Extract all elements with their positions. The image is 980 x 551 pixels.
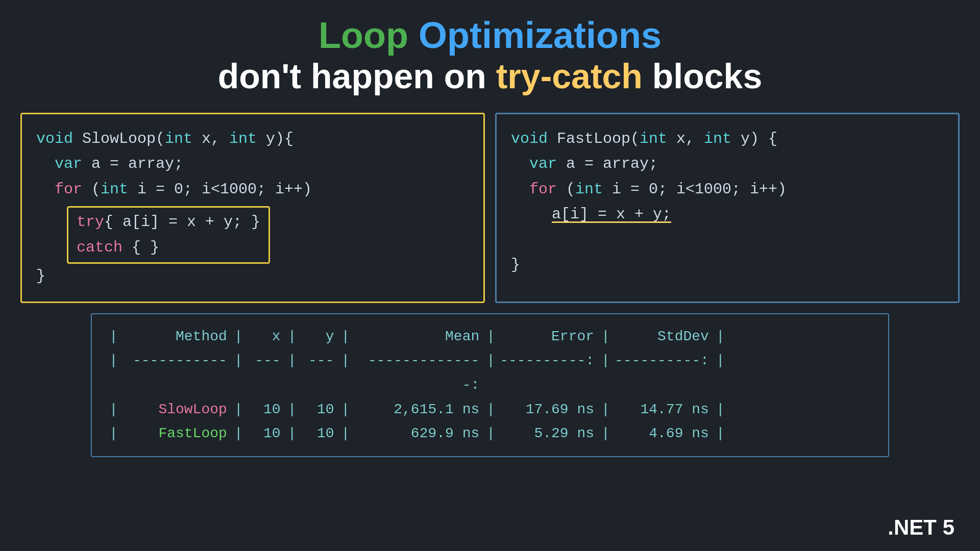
row1-method: SlowLoop xyxy=(120,397,232,422)
code-panels: void SlowLoop(int x, int y){ var a = arr… xyxy=(20,113,960,303)
pipe: | xyxy=(232,348,245,397)
pipe: | xyxy=(599,397,612,422)
row1-error: 17.69 ns xyxy=(497,397,599,422)
row1-y: 10 xyxy=(298,397,339,422)
pipe: | xyxy=(484,348,497,397)
dotnet-badge: .NET 5 xyxy=(888,515,954,540)
pipe: | xyxy=(232,397,245,422)
title-loop: Loop xyxy=(318,15,408,56)
sep-mean: --------------: xyxy=(352,348,484,397)
row2-y: 10 xyxy=(298,421,339,446)
pipe: | xyxy=(107,348,120,397)
pipe: | xyxy=(484,421,497,446)
sep-y: --- xyxy=(298,348,339,397)
row2-mean: 629.9 ns xyxy=(352,421,484,446)
header-method: Method xyxy=(120,324,232,349)
title-suffix: blocks xyxy=(643,57,762,95)
code-line-2: var a = array; xyxy=(36,152,469,177)
pipe: | xyxy=(339,324,352,349)
pipe: | xyxy=(714,397,727,422)
sep-method: ----------- xyxy=(120,348,232,397)
pipe: | xyxy=(339,348,352,397)
fast-code-line-1: void FastLoop(int x, int y) { xyxy=(511,127,944,152)
header-stddev: StdDev xyxy=(612,324,714,349)
fast-code-line-3: for (int i = 0; i<1000; i++) xyxy=(511,177,944,203)
pipe: | xyxy=(484,324,497,349)
pipe: | xyxy=(286,421,299,446)
row2-stddev: 4.69 ns xyxy=(612,421,714,446)
fast-code-line-6: } xyxy=(511,253,944,278)
table-row-slowloop: | SlowLoop | 10 | 10 | 2,615.1 ns | 17.6… xyxy=(107,397,873,422)
row1-x: 10 xyxy=(245,397,286,422)
pipe: | xyxy=(484,397,497,422)
fast-code-line-2: var a = array; xyxy=(511,152,944,177)
header-y: y xyxy=(298,324,339,349)
code-line-3: for (int i = 0; i<1000; i++) xyxy=(36,177,469,203)
pipe: | xyxy=(232,324,245,349)
header-error: Error xyxy=(497,324,599,349)
pipe: | xyxy=(107,421,120,446)
pipe: | xyxy=(286,348,299,397)
title-prefix: don't happen on xyxy=(218,57,496,95)
pipe: | xyxy=(599,324,612,349)
title-line2: don't happen on try-catch blocks xyxy=(218,56,763,97)
title-line1: Loop Optimizations xyxy=(218,15,763,56)
slow-loop-panel: void SlowLoop(int x, int y){ var a = arr… xyxy=(20,113,485,303)
title-section: Loop Optimizations don't happen on try-c… xyxy=(218,15,763,97)
pipe: | xyxy=(714,421,727,446)
code-line-6: } xyxy=(36,264,469,289)
row2-method: FastLoop xyxy=(120,421,232,446)
pipe: | xyxy=(599,348,612,397)
pipe: | xyxy=(107,324,120,349)
pipe: | xyxy=(339,397,352,422)
header-x: x xyxy=(245,324,286,349)
table-header-row: | Method | x | y | Mean | Error | StdDev… xyxy=(107,324,873,349)
row2-error: 5.29 ns xyxy=(497,421,599,446)
title-optimizations: Optimizations xyxy=(408,15,662,56)
row2-x: 10 xyxy=(245,421,286,446)
pipe: | xyxy=(286,324,299,349)
fast-loop-panel: void FastLoop(int x, int y) { var a = ar… xyxy=(495,113,960,303)
pipe: | xyxy=(339,421,352,446)
try-catch-box: try{ a[i] = x + y; } catch { } xyxy=(67,206,270,264)
row1-mean: 2,615.1 ns xyxy=(352,397,484,422)
fast-code-line-4: a[i] = x + y; xyxy=(552,202,944,228)
table-row-fastloop: | FastLoop | 10 | 10 | 629.9 ns | 5.29 n… xyxy=(107,421,873,446)
catch-line: catch { } xyxy=(77,235,260,261)
title-trycatch: try-catch xyxy=(496,57,643,95)
header-mean: Mean xyxy=(352,324,484,349)
pipe: | xyxy=(714,324,727,349)
pipe: | xyxy=(714,348,727,397)
sep-error: ----------: xyxy=(497,348,599,397)
sep-stddev: ----------: xyxy=(612,348,714,397)
try-catch-block: try{ a[i] = x + y; } catch { } xyxy=(67,204,469,264)
row1-stddev: 14.77 ns xyxy=(612,397,714,422)
sep-x: --- xyxy=(245,348,286,397)
pipe: | xyxy=(599,421,612,446)
pipe: | xyxy=(107,397,120,422)
pipe: | xyxy=(232,421,245,446)
try-line: try{ a[i] = x + y; } xyxy=(77,210,260,235)
table-separator-row: | ----------- | --- | --- | ------------… xyxy=(107,348,873,397)
code-line-1: void SlowLoop(int x, int y){ xyxy=(36,127,469,152)
fast-code-line-5 xyxy=(511,228,944,253)
pipe: | xyxy=(286,397,299,422)
benchmark-table: | Method | x | y | Mean | Error | StdDev… xyxy=(91,313,889,457)
